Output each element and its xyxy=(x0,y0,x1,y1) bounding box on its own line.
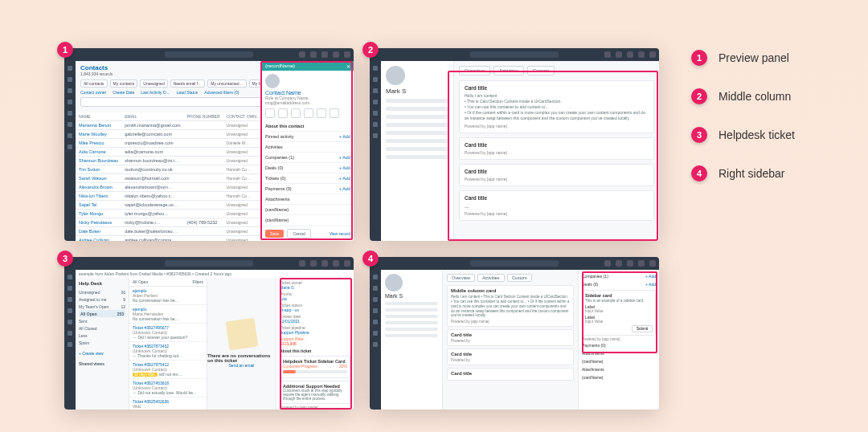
legend: 1Preview panel 2Middle column 3Helpdesk … xyxy=(691,50,844,204)
panel-section[interactable]: Deals (0)+ Add xyxy=(265,162,350,173)
col-phone[interactable]: PHONE NUMBER xyxy=(184,112,223,121)
contact-name[interactable]: Mark S xyxy=(386,88,448,95)
close-icon[interactable]: ✕ xyxy=(346,63,350,69)
table-row[interactable]: Shannon Bourdreaushannon.bourdreau@int.t… xyxy=(76,157,264,165)
create-view-link[interactable]: + Create view xyxy=(79,349,125,357)
sidebar-section[interactable]: {cardName} xyxy=(582,373,656,381)
view-chip[interactable]: My contacts xyxy=(110,79,138,88)
contact-name[interactable]: Mark S xyxy=(385,293,438,299)
sidebar-section[interactable]: {cardName} xyxy=(582,357,656,365)
col-email[interactable]: EMAIL xyxy=(121,112,183,121)
meeting-icon[interactable] xyxy=(317,108,326,118)
view-chip[interactable]: All contacts xyxy=(80,79,108,88)
sidebar-item[interactable]: My Team's Open12 xyxy=(79,303,125,310)
table-row[interactable]: Marianna Benoitjsmith.marianna@gmail.com… xyxy=(76,121,264,130)
email-icon[interactable] xyxy=(278,108,288,118)
table-row[interactable]: Nika-lyn Tiberonikalyn.tibero@yahoo.c…Ha… xyxy=(76,192,264,201)
legend-badge-4: 4 xyxy=(691,165,707,181)
contact-name[interactable]: Contact Name xyxy=(265,90,350,96)
filter[interactable]: Contact owner xyxy=(80,90,106,95)
panel-section[interactable]: Payments (0)+ Add xyxy=(265,183,350,194)
table-row[interactable]: Ashlee Cullivanashlee.cullivan@compa…Una… xyxy=(76,236,264,242)
sidebar-item[interactable]: Less xyxy=(79,332,125,339)
panel-section[interactable]: {cardName} xyxy=(265,214,350,225)
table-row[interactable]: Tyler Mongotyler.mongo@yahoo…Unassigned xyxy=(76,210,264,218)
ticket-right-panel: Ticket owner Maria G Priority Low Ticket… xyxy=(276,278,354,410)
table-row[interactable]: Adia Carnoneadia@carnone.comUnassigned xyxy=(76,148,264,157)
left-nav-rail[interactable] xyxy=(370,61,381,241)
sidebar-item[interactable]: All Open253 xyxy=(79,310,125,317)
cancel-button[interactable]: Cancel xyxy=(287,229,311,238)
ticket-list-item[interactable]: ejemploMaria HernandezNo conversation ha… xyxy=(129,305,207,324)
panel-title: {recordName} xyxy=(265,63,295,68)
global-search[interactable] xyxy=(165,51,253,58)
avatar xyxy=(385,274,403,291)
filter[interactable]: Last Activity D… xyxy=(141,90,170,95)
task-icon[interactable] xyxy=(304,108,313,118)
panel-section[interactable]: Companies (1)+ Add xyxy=(265,152,350,162)
view-record-link[interactable]: View record xyxy=(330,231,350,236)
sidebar-item[interactable]: Unassigned26 xyxy=(79,288,125,295)
send-email-link[interactable]: Send an email xyxy=(229,363,255,368)
sidebar-section[interactable]: Attachments xyxy=(582,365,656,373)
ticket-list-item[interactable]: Ticket #3827453618(Unknown Contact)← Did… xyxy=(129,379,207,397)
legend-label: Middle column xyxy=(719,90,791,103)
sidebar-item[interactable]: Sent xyxy=(79,317,125,324)
global-search[interactable] xyxy=(470,260,559,267)
table-row[interactable]: Mike Presciomprescio@roadtree.comDaniell… xyxy=(76,139,264,148)
filters-link[interactable]: Filters xyxy=(192,279,203,284)
panel-section[interactable]: Attachments xyxy=(265,194,350,204)
col-owner[interactable]: CONTACT OWN… xyxy=(223,112,264,121)
table-row[interactable]: Dale Bukerdale.buker@salesforceo…Unassig… xyxy=(76,227,264,236)
middle-card: Card title xyxy=(447,368,574,381)
middle-column-card: Middle column card Hello I am content • … xyxy=(447,285,574,327)
contact-email[interactable]: cmg@emailaddress.com xyxy=(265,100,350,105)
table-row[interactable]: Alexandra Brownalexandrabrown@iom…Unassi… xyxy=(76,183,264,192)
filter[interactable]: Lead Status xyxy=(177,90,199,95)
ticket-list-item[interactable]: ejemploAiden PazlentNo conversation has … xyxy=(129,287,207,305)
tab-custom[interactable]: Custom xyxy=(507,274,532,282)
left-nav-rail[interactable] xyxy=(64,61,76,241)
ticket-list-item[interactable]: Ticket #3827875412(Unknown Contact)30 da… xyxy=(129,361,207,379)
table-row[interactable]: Sapel Telsapel@iclouderenege.us…Unassign… xyxy=(76,201,264,210)
tab-activities[interactable]: Activities xyxy=(477,274,505,282)
table-row[interactable]: Nicky Petrolaeusnicky@hubsite.i…(404) 78… xyxy=(76,218,264,227)
sidebar-section[interactable]: Attachments xyxy=(582,349,656,357)
panel-section[interactable]: Pinned activity+ Add xyxy=(265,131,350,141)
save-button[interactable]: Save xyxy=(265,230,284,238)
sidebar-item[interactable]: Spam xyxy=(79,339,125,346)
tab-overview[interactable]: Overview xyxy=(447,274,475,282)
view-chip[interactable]: Needs email f… xyxy=(170,79,206,88)
table-row[interactable]: Marie Woolleygabrielle@comcast.comUnassi… xyxy=(76,130,264,139)
table-row[interactable]: Sarah Watsonswatson@hotmail.comHannah Co… xyxy=(76,174,264,183)
tab-overview[interactable]: Overview xyxy=(459,66,490,75)
sidebar-item[interactable]: All Closed xyxy=(79,324,125,332)
advanced-filters[interactable]: Advanced filters (0) xyxy=(204,90,239,95)
call-icon[interactable] xyxy=(291,108,301,118)
left-nav-rail[interactable] xyxy=(370,270,381,410)
tab-activities[interactable]: Activities xyxy=(493,66,524,75)
view-chip[interactable]: My uncontacted… xyxy=(207,79,246,88)
empty-illustration xyxy=(225,318,258,351)
global-search[interactable] xyxy=(470,51,559,58)
note-icon[interactable] xyxy=(265,108,275,118)
panel-section[interactable]: Activities xyxy=(265,141,350,152)
avatar xyxy=(386,66,405,85)
submit-button[interactable]: Submit xyxy=(632,325,653,332)
ticket-list-item[interactable]: Ticket #3827873432(Unknown Contact)← Tha… xyxy=(129,342,207,361)
sidebar-item[interactable]: Assigned to me9 xyxy=(79,295,125,303)
view-chip[interactable]: Unassigned xyxy=(140,79,167,88)
filter[interactable]: Create Date xyxy=(113,90,134,95)
ticket-list-item[interactable]: Ticket #3825402636Vikki← Did I answer yo… xyxy=(129,397,207,410)
global-search[interactable] xyxy=(165,260,253,267)
more-icon[interactable] xyxy=(330,108,339,118)
sidebar-section[interactable]: Payments (0) xyxy=(582,341,656,349)
ticket-list-item[interactable]: Ticket #3827495677(Unknown Contact)← Did… xyxy=(129,324,207,342)
tab-custom[interactable]: Custom xyxy=(527,66,555,75)
left-nav-rail[interactable] xyxy=(64,270,76,410)
panel-section[interactable]: Tickets (0)+ Add xyxy=(265,173,350,183)
col-name[interactable]: NAME xyxy=(76,112,121,121)
table-row[interactable]: Tim Suttontsutton@continuity.co.ukHannah… xyxy=(76,165,264,174)
panel-section[interactable]: {cardName} xyxy=(265,204,350,214)
middle-card: Card titleHello I am content• This is Ca… xyxy=(459,80,654,133)
